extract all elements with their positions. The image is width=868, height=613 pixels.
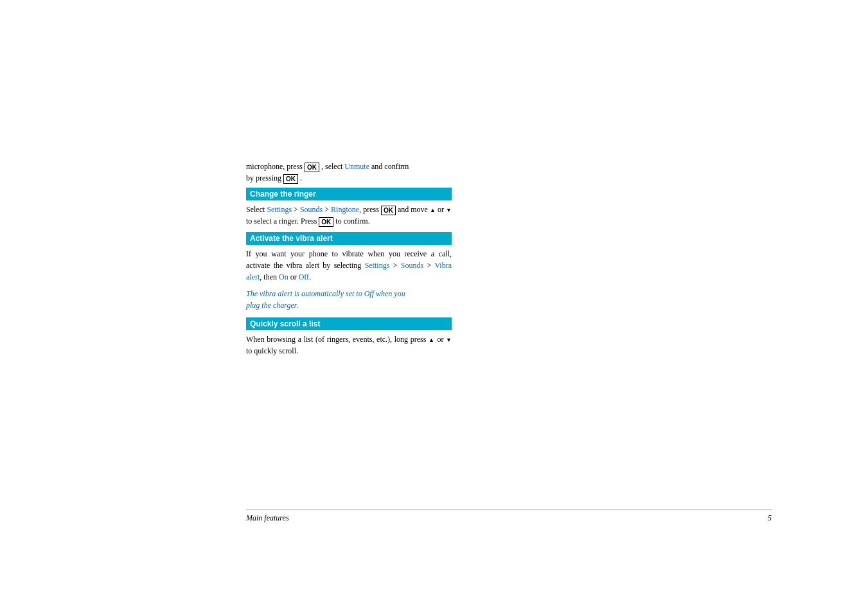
change-ringer-body: Select Settings > Sounds > Ringtone, pre… — [246, 204, 452, 227]
quickly-scroll-heading: Quickly scroll a list — [246, 317, 452, 330]
unmute-link: Unmute — [344, 162, 369, 171]
settings-link-2: Settings — [365, 261, 390, 270]
intro-paragraph: microphone, press OK , select Unmute and… — [246, 161, 452, 184]
ok-button-2: OK — [283, 174, 298, 184]
vibra-note: The vibra alert is automatically set to … — [246, 288, 452, 311]
arrow-up-2 — [429, 335, 435, 344]
settings-link-1: Settings — [267, 205, 292, 214]
on-link: On — [279, 272, 288, 281]
arrow-down-2 — [446, 335, 452, 344]
ringtone-link: Ringtone — [331, 205, 359, 214]
activate-vibra-heading: Activate the vibra alert — [246, 232, 452, 245]
arrow-up-1 — [430, 205, 436, 214]
page-content: microphone, press OK , select Unmute and… — [246, 161, 452, 362]
ok-button-1: OK — [305, 163, 319, 172]
quickly-scroll-body: When browsing a list (of ringers, events… — [246, 333, 452, 357]
off-link: Off — [299, 272, 309, 281]
activate-vibra-body: If you want your phone to vibrate when y… — [246, 248, 452, 283]
ok-button-3: OK — [381, 206, 396, 215]
sounds-link-2: Sounds — [401, 261, 423, 270]
change-ringer-heading: Change the ringer — [246, 188, 452, 200]
arrow-down-1 — [446, 205, 452, 214]
ok-button-4: OK — [319, 217, 333, 227]
sounds-link-1: Sounds — [300, 205, 323, 214]
footer-page-number: 5 — [768, 513, 772, 523]
footer-divider — [246, 510, 772, 510]
footer-label: Main features — [246, 513, 289, 523]
